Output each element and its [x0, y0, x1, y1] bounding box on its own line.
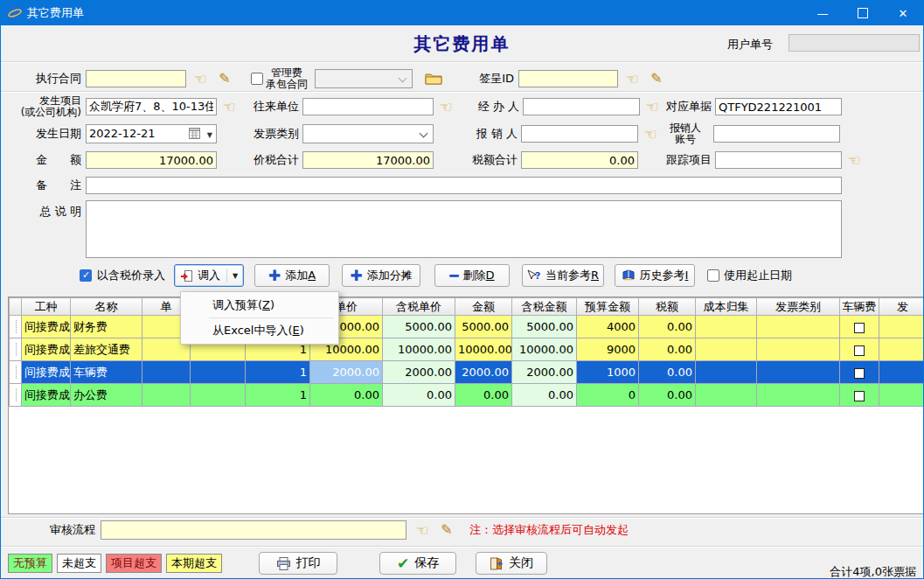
clear-pencil-icon[interactable]: ✎ — [438, 523, 455, 537]
svg-text:?: ? — [535, 270, 540, 282]
select-hand-icon[interactable]: ☜ — [413, 523, 431, 538]
price-tax-total-input[interactable] — [302, 151, 434, 169]
add-split-button[interactable]: ✚ 添加分摊 — [342, 264, 420, 287]
minimize-icon[interactable]: — — [802, 1, 843, 25]
legend-period-over: 本期超支 — [166, 554, 222, 573]
table-row-selected[interactable]: 间接费成本 车辆费 1 2000.00 2000.00 2000.00 2000… — [10, 361, 924, 384]
agent-input[interactable] — [523, 98, 640, 115]
current-ref-button[interactable]: ? 当前参考R — [522, 264, 604, 287]
door-exit-icon — [490, 557, 504, 570]
col-header[interactable]: 成本归集 — [696, 298, 757, 316]
table-row[interactable]: 间接费成本 办公费 1 0.00 0.00 0.00 0.00 0 0.00 — [10, 384, 924, 407]
select-hand-icon[interactable]: ☜ — [643, 100, 661, 115]
reimburser-input[interactable] — [521, 125, 638, 143]
grid-toolbar: 以含税价录入 调入 ▼ ✚ 添加A ✚ 添加分摊 ━ 删除D ? 当前参考R — [80, 264, 792, 287]
grid-corner[interactable] — [10, 298, 22, 316]
budget-legend: 无预算 未超支 项目超支 本期超支 — [8, 554, 222, 573]
summary-textarea[interactable] — [86, 200, 842, 258]
remark-input[interactable] — [86, 177, 842, 194]
page-title: 其它费用单 — [1, 32, 923, 56]
col-header[interactable]: 发票类别 — [757, 298, 840, 316]
table-row[interactable]: 间接费成本 财务费 1 5000.00 5000.00 5000.00 5000… — [10, 316, 924, 338]
divider — [1, 546, 924, 548]
date-range-label: 使用起止日期 — [724, 268, 792, 283]
col-header[interactable]: 税额 — [639, 298, 696, 316]
focused-cell: 2000.00 — [310, 361, 383, 384]
history-ref-button[interactable]: 历史参考I — [615, 264, 695, 287]
tax-entry-checkbox[interactable] — [80, 269, 92, 282]
contract-combo[interactable] — [315, 69, 413, 88]
clear-pencil-icon[interactable]: ✎ — [648, 72, 665, 86]
date-input[interactable]: 2022-12-21 ▼ — [86, 124, 217, 143]
project-input[interactable] — [86, 98, 217, 115]
save-button[interactable]: ✔ 保存 — [379, 552, 456, 575]
vehicle-fee-checkbox[interactable] — [854, 345, 865, 356]
mgmt-fee-checkbox[interactable] — [251, 73, 263, 85]
check-icon: ✔ — [397, 555, 409, 572]
select-hand-icon[interactable]: ☜ — [437, 100, 455, 115]
col-header[interactable]: 工种 — [22, 298, 71, 316]
table-row[interactable]: 间接费成本 差旅交通费 1 10000.00 10000.00 10000.00… — [10, 338, 924, 361]
vehicle-fee-checkbox[interactable] — [854, 368, 865, 379]
import-dropdown-menu: 调入预算(Z) 从Excel中导入(E) — [180, 291, 339, 345]
invoice-type-combo[interactable] — [302, 124, 434, 143]
chevron-down-icon[interactable]: ▼ — [207, 131, 212, 139]
partner-input[interactable] — [302, 98, 434, 115]
row-indicator[interactable] — [10, 338, 22, 361]
user-no-field — [789, 34, 920, 52]
workflow-note: 注：选择审核流程后可自动发起 — [469, 522, 629, 538]
project-label: 发生项目(或公司机构) — [18, 95, 81, 118]
col-header[interactable]: 车辆费 — [840, 298, 879, 316]
plus-icon: ✚ — [268, 269, 281, 283]
import-doc-icon — [180, 269, 193, 283]
col-header[interactable]: 发 — [879, 298, 924, 316]
partner-label: 往来单位 — [250, 99, 299, 115]
maximize-icon[interactable] — [843, 1, 883, 25]
workflow-label: 审核流程 — [50, 522, 95, 538]
calendar-icon[interactable] — [189, 128, 200, 142]
track-project-input[interactable] — [715, 151, 842, 169]
menu-item-import-excel[interactable]: 从Excel中导入(E) — [181, 320, 338, 341]
titlebar: 其它费用单 — ✕ — [1, 1, 923, 25]
select-hand-icon[interactable]: ☜ — [220, 100, 238, 115]
print-button[interactable]: 打印 — [259, 552, 337, 575]
amount-label: 金 额 — [18, 152, 81, 168]
row-indicator[interactable] — [10, 316, 22, 338]
exec-contract-input[interactable] — [86, 70, 186, 87]
tax-entry-label: 以含税价录入 — [97, 268, 165, 283]
close-icon[interactable]: ✕ — [883, 1, 923, 25]
col-header[interactable]: 含税单价 — [383, 298, 455, 316]
close-form-button[interactable]: 关闭 — [476, 552, 547, 575]
col-header[interactable]: 含税金额 — [512, 298, 577, 316]
select-hand-icon[interactable]: ☜ — [191, 72, 209, 87]
select-hand-icon[interactable]: ☜ — [845, 153, 863, 168]
row-indicator[interactable] — [10, 361, 22, 384]
doc-ref-input[interactable] — [715, 98, 842, 115]
account-input[interactable] — [713, 125, 840, 143]
menu-item-import-budget[interactable]: 调入预算(Z) — [181, 295, 338, 316]
sign-id-input[interactable] — [518, 70, 618, 87]
import-button[interactable]: 调入 ▼ — [174, 264, 244, 287]
amount-input[interactable] — [86, 151, 217, 169]
menu-separator — [209, 317, 333, 318]
vehicle-fee-checkbox[interactable] — [854, 323, 865, 333]
delete-button[interactable]: ━ 删除D — [434, 264, 510, 287]
select-hand-icon[interactable]: ☜ — [642, 127, 659, 142]
tax-total-input[interactable] — [521, 151, 638, 169]
col-header[interactable]: 金额 — [455, 298, 512, 316]
workflow-input[interactable] — [101, 520, 406, 540]
row-indicator[interactable] — [10, 384, 22, 407]
folder-icon[interactable] — [425, 72, 442, 86]
date-range-checkbox[interactable] — [707, 269, 719, 282]
select-hand-icon[interactable]: ☜ — [623, 72, 641, 87]
add-button[interactable]: ✚ 添加A — [254, 264, 330, 287]
chevron-down-icon — [399, 74, 407, 83]
form-row-contract: 执行合同 ☜ ✎ 管理费承包合同 签呈ID ☜ ✎ — [1, 67, 924, 90]
col-header[interactable]: 名称 — [71, 298, 142, 316]
minus-icon: ━ — [449, 270, 458, 282]
vehicle-fee-checkbox[interactable] — [854, 391, 865, 401]
reimburser-label: 报 销 人 — [472, 126, 518, 142]
col-header[interactable]: 预算金额 — [577, 298, 639, 316]
clear-pencil-icon[interactable]: ✎ — [216, 72, 233, 86]
chevron-down-icon: ▼ — [226, 269, 238, 283]
